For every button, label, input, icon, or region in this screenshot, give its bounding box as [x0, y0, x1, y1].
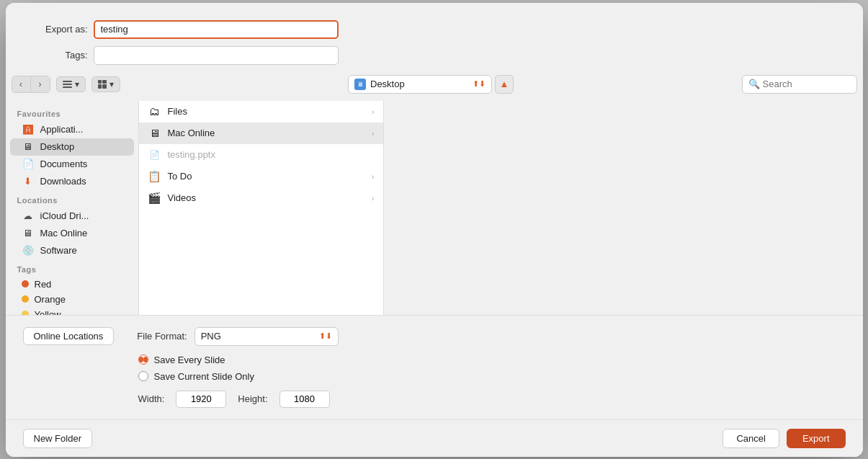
location-dropdown[interactable]: 🖥 Desktop ⬆⬇ [348, 75, 492, 94]
applications-icon: 🅰 [22, 123, 35, 136]
maconline-chevron-icon: › [372, 129, 375, 138]
column-view-icon [63, 81, 72, 88]
file-item-maconline[interactable]: 🖥 Mac Online › [139, 122, 383, 144]
videos-chevron-icon: › [372, 194, 375, 202]
radio-save-every-slide[interactable]: Save Every Slide [138, 355, 846, 365]
main-area: Favourites 🅰 Applicati... 🖥 Desktop 📄 Do… [6, 101, 863, 315]
column-view-button[interactable]: ▾ [56, 76, 86, 92]
location-expand-button[interactable]: ▲ [495, 75, 514, 94]
file-format-label: File Format: [137, 331, 187, 342]
maconline-icon: 🖥 [22, 227, 35, 240]
location-label: Desktop [370, 79, 405, 89]
testing-file-icon: 📄 [148, 148, 162, 162]
dimensions-row: Width: Height: [138, 391, 846, 408]
tags-input[interactable] [94, 46, 339, 65]
tags-row: Tags: [23, 46, 846, 65]
online-locations-button[interactable]: Online Locations [23, 327, 115, 345]
radio-selected-dot [139, 357, 143, 362]
radio-options: Save Every Slide Save Current Slide Only [138, 355, 846, 382]
height-input[interactable] [279, 391, 330, 408]
file-format-row: File Format: PNG ⬆⬇ [137, 327, 338, 346]
file-item-testing[interactable]: 📄 testing.pptx [139, 144, 383, 166]
sidebar-item-tag-red[interactable]: Red [10, 277, 134, 292]
sidebar-item-label-downloads: Downloads [40, 176, 86, 187]
export-as-row: Export as: [23, 20, 846, 39]
sidebar-item-label-applications: Applicati... [40, 124, 84, 135]
grid-view-button[interactable]: ▾ [91, 76, 120, 92]
search-box[interactable]: 🔍 [742, 75, 857, 94]
file-item-videos[interactable]: 🎬 Videos › [139, 187, 383, 209]
file-item-todo[interactable]: 📋 To Do › [139, 166, 383, 187]
sidebar-item-maconline[interactable]: 🖥 Mac Online [10, 225, 134, 242]
file-format-select[interactable]: PNG ⬆⬇ [194, 327, 339, 346]
file-format-value: PNG [201, 331, 221, 342]
export-button[interactable]: Export [787, 429, 846, 448]
locations-section-label: Locations [6, 190, 138, 208]
sidebar-item-label-documents: Documents [40, 159, 88, 169]
files-folder-icon: 🗂 [148, 104, 162, 119]
file-item-files[interactable]: 🗂 Files › [139, 101, 383, 122]
sidebar-item-label-maconline: Mac Online [40, 228, 88, 239]
right-panel [384, 101, 863, 315]
export-dialog: Export as: Tags: ‹ › ▾ ▾ 🖥 [6, 3, 863, 457]
sidebar-item-tag-yellow[interactable]: Yellow [10, 307, 134, 315]
save-every-slide-label: Save Every Slide [154, 355, 225, 365]
location-folder-icon: 🖥 [354, 79, 366, 90]
orange-dot [22, 295, 29, 303]
file-item-name-todo: To Do [168, 171, 372, 182]
file-list: 🗂 Files › 🖥 Mac Online › 📄 testing.pptx … [139, 101, 384, 315]
dropdown-stepper: ⬆⬇ [473, 79, 486, 89]
top-area: Export as: Tags: [6, 3, 863, 75]
chevron-up-icon: ▲ [500, 79, 509, 89]
nav-buttons: ‹ › [12, 76, 50, 93]
forward-button[interactable]: › [31, 76, 50, 92]
radio-save-current-slide[interactable]: Save Current Slide Only [138, 371, 846, 382]
sidebar-item-applications[interactable]: 🅰 Applicati... [10, 121, 134, 138]
options-row1: Online Locations File Format: PNG ⬆⬇ [23, 327, 846, 346]
sidebar-item-desktop[interactable]: 🖥 Desktop [10, 138, 134, 156]
videos-file-icon: 🎬 [148, 191, 162, 205]
footer: New Folder Cancel Export [6, 419, 863, 457]
tags-label: Tags: [23, 50, 88, 61]
sidebar-item-software[interactable]: 💿 Software [10, 242, 134, 259]
sidebar-item-icloud[interactable]: ☁ iCloud Dri... [10, 208, 134, 225]
width-label: Width: [138, 393, 165, 404]
todo-file-icon: 📋 [148, 169, 162, 184]
sidebar-item-label-icloud: iCloud Dri... [40, 210, 89, 221]
files-chevron-icon: › [372, 107, 375, 116]
height-label: Height: [238, 393, 267, 404]
tag-label-yellow: Yellow [35, 309, 61, 315]
back-button[interactable]: ‹ [12, 76, 31, 92]
documents-icon: 📄 [22, 158, 35, 171]
options-area: Online Locations File Format: PNG ⬆⬇ Sav… [6, 315, 863, 419]
maconline-file-icon: 🖥 [148, 126, 162, 141]
search-input[interactable] [763, 79, 849, 89]
radio-save-current-slide-button[interactable] [138, 371, 148, 381]
tags-section-label: Tags [6, 259, 138, 277]
tag-label-red: Red [35, 279, 52, 290]
radio-save-every-slide-button[interactable] [138, 355, 148, 365]
format-stepper-icon: ⬆⬇ [319, 331, 332, 341]
save-current-slide-label: Save Current Slide Only [154, 371, 254, 382]
grid-view-icon [98, 80, 107, 89]
todo-chevron-icon: › [372, 172, 375, 181]
toolbar: ‹ › ▾ ▾ 🖥 Desktop ⬆⬇ ▲ [6, 75, 863, 101]
footer-right: Cancel Export [722, 429, 845, 448]
favourites-section-label: Favourites [6, 104, 138, 121]
export-as-input[interactable] [94, 20, 339, 39]
cancel-button[interactable]: Cancel [722, 429, 779, 448]
new-folder-button[interactable]: New Folder [23, 429, 92, 448]
search-icon: 🔍 [748, 79, 760, 89]
sidebar-item-downloads[interactable]: ⬇ Downloads [10, 173, 134, 190]
tag-label-orange: Orange [35, 294, 66, 305]
sidebar-item-documents[interactable]: 📄 Documents [10, 156, 134, 173]
software-icon: 💿 [22, 244, 35, 257]
downloads-icon: ⬇ [22, 175, 35, 188]
sidebar-item-tag-orange[interactable]: Orange [10, 292, 134, 307]
icloud-icon: ☁ [22, 210, 35, 223]
export-as-label: Export as: [23, 24, 88, 35]
file-item-name-maconline: Mac Online [168, 128, 372, 138]
location-bar: 🖥 Desktop ⬆⬇ ▲ [126, 75, 736, 94]
file-item-name-testing: testing.pptx [168, 149, 375, 160]
width-input[interactable] [176, 391, 226, 408]
